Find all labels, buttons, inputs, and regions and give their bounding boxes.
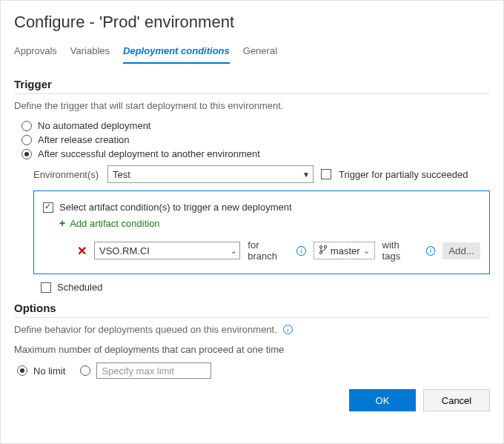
radio-after-release[interactable] (21, 135, 32, 145)
no-limit-label: No limit (33, 365, 65, 377)
for-branch-label: for branch (248, 239, 289, 262)
radio-no-auto-label: No automated deployment (38, 120, 150, 131)
svg-point-1 (324, 245, 326, 248)
ok-button[interactable]: OK (349, 389, 416, 411)
tab-variables[interactable]: Variables (70, 42, 110, 64)
specify-limit-placeholder: Specify max limit (102, 365, 174, 377)
select-artifact-label: Select artifact condition(s) to trigger … (59, 202, 292, 213)
chevron-down-icon: ⌄ (363, 246, 370, 256)
radio-after-success[interactable] (21, 149, 32, 159)
max-deployments-label: Maximum number of deployments that can p… (14, 344, 490, 355)
svg-point-0 (319, 245, 322, 248)
info-icon[interactable]: i (426, 246, 436, 256)
scheduled-label: Scheduled (57, 282, 102, 293)
plus-icon: + (59, 217, 65, 229)
artifact-source-value: VSO.RM.CI (99, 245, 150, 256)
trigger-partial-label: Trigger for partially succeeded (339, 169, 468, 180)
radio-after-release-label: After release creation (38, 134, 130, 145)
artifact-condition-box: Select artifact condition(s) to trigger … (33, 190, 490, 274)
environments-select[interactable]: Test ▼ (107, 165, 314, 183)
tab-deployment-conditions[interactable]: Deployment conditions (123, 42, 230, 64)
radio-no-auto[interactable] (21, 121, 32, 131)
remove-icon[interactable]: ✕ (77, 244, 87, 258)
specify-limit-input[interactable]: Specify max limit (96, 362, 211, 379)
svg-point-2 (319, 251, 322, 254)
page-title: Configure - 'Prod' environment (14, 13, 490, 32)
radio-after-success-label: After successful deployment to another e… (38, 148, 260, 159)
branch-select[interactable]: master ⌄ (314, 242, 375, 259)
add-artifact-condition[interactable]: + Add artifact condition (59, 217, 480, 229)
checkbox-trigger-partial[interactable] (321, 169, 331, 179)
add-artifact-label: Add artifact condition (70, 218, 159, 229)
checkbox-scheduled[interactable] (41, 282, 51, 293)
chevron-down-icon: ⌄ (231, 247, 236, 255)
radio-specify-limit[interactable] (80, 365, 90, 376)
environments-value: Test (113, 169, 130, 180)
tabs: Approvals Variables Deployment condition… (14, 42, 490, 64)
branch-value: master (331, 245, 360, 256)
tab-general[interactable]: General (243, 42, 277, 64)
options-desc: Define behavior for deployments queued o… (14, 324, 277, 335)
cancel-button[interactable]: Cancel (423, 389, 490, 411)
with-tags-label: with tags (382, 239, 419, 262)
info-icon[interactable]: i (296, 246, 306, 256)
branch-icon (319, 245, 328, 257)
trigger-desc: Define the trigger that will start deplo… (14, 100, 490, 111)
chevron-down-icon: ▼ (302, 170, 310, 179)
checkbox-select-artifact[interactable] (43, 202, 53, 213)
trigger-heading: Trigger (14, 78, 490, 94)
options-heading: Options (14, 302, 490, 318)
info-icon[interactable]: i (283, 325, 293, 334)
radio-no-limit[interactable] (17, 365, 27, 376)
artifact-source-select[interactable]: VSO.RM.CI ⌄ (94, 242, 240, 259)
environments-label: Environment(s) (33, 169, 100, 180)
add-tags-button[interactable]: Add... (442, 242, 480, 259)
tab-approvals[interactable]: Approvals (14, 42, 57, 64)
